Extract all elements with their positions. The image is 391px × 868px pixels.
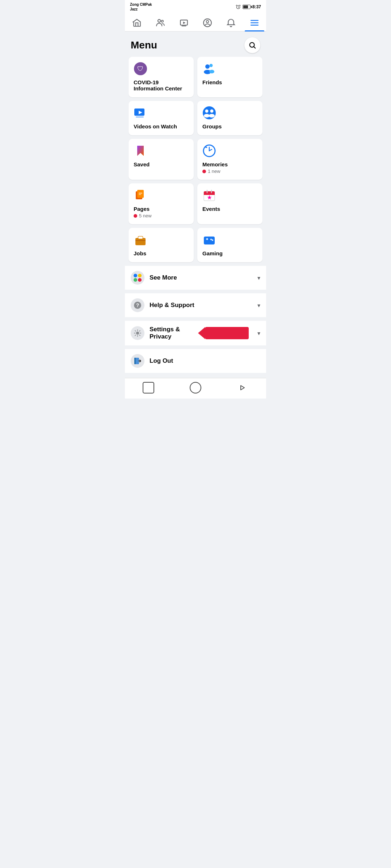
search-button[interactable]	[244, 37, 260, 53]
see-more-row[interactable]: See More ▾	[125, 266, 266, 290]
svg-rect-41	[135, 240, 146, 241]
nav-profile[interactable]	[198, 16, 217, 30]
memories-badge-text: 1 new	[208, 169, 220, 174]
carrier1-label: Zong CMPak	[130, 2, 152, 7]
svg-point-50	[138, 278, 142, 282]
nav-menu[interactable]	[245, 16, 264, 30]
see-more-chevron: ▾	[257, 275, 260, 281]
top-nav	[125, 13, 266, 31]
divider-3	[125, 346, 266, 349]
status-right: 8:37	[236, 4, 261, 9]
gear-svg	[134, 329, 142, 337]
nav-watch[interactable]	[174, 16, 194, 30]
nav-friends[interactable]	[151, 16, 170, 30]
svg-point-23	[210, 110, 214, 113]
triangle-icon	[239, 384, 246, 391]
svg-marker-4	[183, 22, 185, 24]
menu-card-groups[interactable]: Groups	[197, 101, 262, 135]
gaming-label: Gaming	[202, 250, 257, 256]
friends-card-icon	[202, 62, 216, 76]
pages-label: Pages	[134, 206, 189, 212]
events-label: Events	[202, 206, 257, 212]
svg-rect-44	[207, 238, 207, 240]
android-recents-btn[interactable]	[237, 382, 248, 393]
time-display: 8:37	[252, 4, 261, 9]
svg-rect-20	[136, 116, 144, 118]
pages-dot	[134, 214, 137, 218]
menu-card-saved[interactable]: Saved	[129, 139, 194, 180]
saved-label: Saved	[134, 161, 189, 167]
friends-nav-icon	[156, 18, 165, 27]
svg-point-6	[206, 21, 209, 23]
circle-icon	[193, 385, 198, 390]
nav-notifications[interactable]	[221, 16, 241, 30]
svg-point-17	[209, 70, 214, 73]
friends-card-label: Friends	[202, 79, 257, 85]
see-more-svg	[133, 273, 142, 282]
bottom-nav-bar	[125, 378, 266, 399]
menu-card-jobs[interactable]: Jobs	[129, 228, 194, 262]
nav-home[interactable]	[127, 16, 147, 30]
page-header: Menu	[125, 31, 266, 57]
menu-card-friends[interactable]: Friends	[197, 57, 262, 97]
jobs-label: Jobs	[134, 250, 189, 256]
android-back-btn[interactable]	[143, 382, 154, 393]
menu-card-events[interactable]: ★ Events	[197, 183, 262, 224]
memories-label: Memories	[202, 161, 257, 167]
svg-point-45	[210, 239, 212, 240]
status-bar: Zong CMPak Jazz 8:37	[125, 0, 266, 13]
alarm-icon	[236, 4, 241, 9]
svg-text:🛡: 🛡	[137, 65, 144, 72]
divider-1	[125, 290, 266, 293]
svg-text:?: ?	[136, 302, 139, 308]
memories-icon	[202, 144, 216, 158]
settings-chevron: ▾	[257, 330, 260, 337]
groups-label: Groups	[202, 123, 257, 129]
carrier-info: Zong CMPak Jazz	[130, 2, 152, 12]
svg-rect-31	[139, 194, 141, 195]
page-title: Menu	[131, 39, 157, 51]
logout-svg	[133, 357, 142, 365]
menu-card-gaming[interactable]: Gaming	[197, 228, 262, 262]
menu-card-pages[interactable]: Pages 5 new	[129, 183, 194, 224]
menu-nav-icon	[250, 18, 259, 27]
events-icon: ★	[202, 188, 216, 202]
svg-point-14	[205, 64, 210, 69]
log-out-row[interactable]: Log Out	[125, 349, 266, 373]
svg-rect-57	[134, 358, 136, 364]
logout-icon	[131, 354, 144, 368]
settings-privacy-row[interactable]: Settings & Privacy ▾	[125, 321, 266, 345]
svg-point-2	[161, 20, 163, 22]
svg-rect-29	[137, 190, 144, 198]
svg-point-24	[204, 114, 210, 118]
menu-card-memories[interactable]: Memories 1 new	[197, 139, 262, 180]
log-out-label: Log Out	[150, 357, 260, 365]
pages-badge: 5 new	[134, 213, 189, 218]
jobs-icon	[134, 233, 147, 247]
pages-badge-text: 5 new	[139, 213, 152, 218]
settings-label: Settings & Privacy	[150, 326, 200, 340]
help-label: Help & Support	[150, 302, 252, 309]
memories-badge: 1 new	[202, 169, 257, 174]
videos-icon	[134, 106, 147, 120]
svg-point-21	[203, 106, 216, 119]
help-svg: ?	[134, 301, 142, 309]
help-support-row[interactable]: ? Help & Support ▾	[125, 293, 266, 317]
watch-nav-icon	[179, 18, 189, 27]
menu-card-covid[interactable]: 🛡 COVID-19 Information Center	[129, 57, 194, 97]
svg-point-25	[209, 114, 215, 118]
see-more-icon	[131, 271, 144, 285]
svg-rect-40	[138, 237, 143, 239]
menu-grid: 🛡 COVID-19 Information Center Friends Vi…	[125, 57, 266, 266]
svg-line-11	[254, 47, 255, 48]
svg-rect-30	[139, 193, 142, 193]
android-home-btn[interactable]	[190, 382, 201, 393]
menu-card-videos[interactable]: Videos on Watch	[129, 101, 194, 135]
covid-icon: 🛡	[134, 62, 147, 76]
square-icon	[146, 385, 151, 390]
covid-label: COVID-19 Information Center	[134, 79, 189, 92]
settings-wrapper: Settings & Privacy ▾	[125, 321, 266, 345]
divider-4	[125, 374, 266, 376]
see-more-label: See More	[150, 274, 252, 281]
svg-point-49	[134, 278, 137, 282]
